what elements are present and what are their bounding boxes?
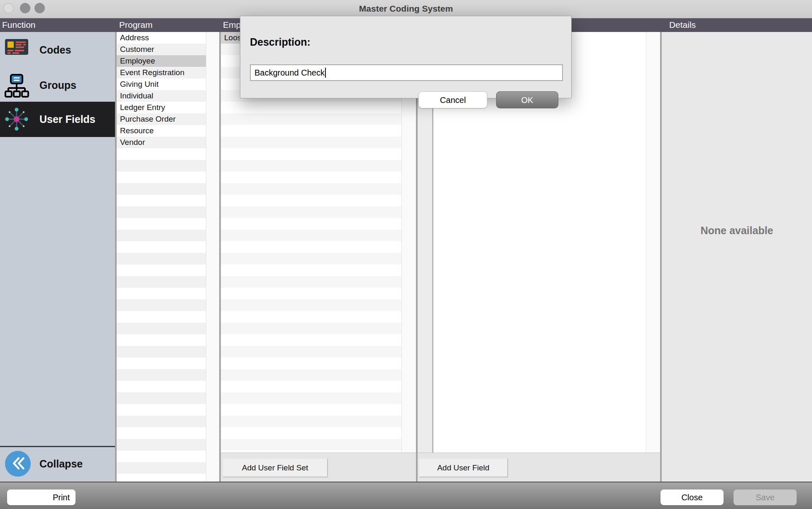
column-header-details: Details: [662, 18, 703, 32]
collapse-chevrons-icon[interactable]: [5, 451, 31, 477]
description-dialog: Description: Background Check Cancel OK: [240, 16, 572, 98]
program-row[interactable]: Giving Unit: [117, 78, 219, 90]
column-header-program: Program: [119, 18, 153, 32]
program-row[interactable]: Ledger Entry: [117, 102, 219, 113]
sidebar-item-groups[interactable]: Groups: [0, 68, 115, 103]
close-button[interactable]: Close: [660, 489, 724, 505]
program-row-selected[interactable]: Employee: [117, 55, 219, 67]
program-row[interactable]: Vendor: [117, 137, 219, 148]
collapse-label: Collapse: [39, 447, 83, 482]
cancel-button[interactable]: Cancel: [418, 91, 487, 108]
user-field-footer: Add User Field: [418, 453, 660, 482]
function-sidebar: Codes Groups: [0, 32, 115, 482]
sidebar-item-codes[interactable]: Codes: [0, 32, 115, 68]
ok-button[interactable]: OK: [496, 91, 558, 108]
text-cursor: [325, 68, 326, 78]
print-button[interactable]: Print: [7, 489, 76, 505]
sidebar-collapse-section[interactable]: Collapse: [0, 446, 115, 482]
program-row[interactable]: Purchase Order: [117, 113, 219, 125]
user-field-set-list: Loos: [221, 32, 416, 482]
bottom-bar: Print Close Save: [0, 482, 812, 509]
column-header-employee: Emp: [223, 18, 241, 32]
main-content: Codes Groups: [0, 32, 812, 482]
hub-network-icon: [3, 106, 30, 132]
program-row[interactable]: Address: [117, 32, 219, 44]
program-list: Address Customer Employee Event Registra…: [117, 32, 219, 482]
user-field-scrollbar[interactable]: [646, 32, 660, 453]
column-header-function: Function: [2, 18, 36, 32]
sidebar-item-label: Codes: [39, 32, 71, 68]
dialog-title: Description:: [250, 36, 311, 48]
org-chart-icon: [3, 73, 30, 100]
program-scrollbar[interactable]: [206, 32, 219, 482]
add-user-field-button[interactable]: Add User Field: [419, 459, 508, 477]
description-input-value: Background Check: [254, 68, 325, 77]
field-set-footer: Add User Field Set: [221, 453, 416, 482]
add-user-field-set-button[interactable]: Add User Field Set: [223, 459, 328, 477]
monitor-code-icon: [3, 37, 30, 64]
program-row[interactable]: Customer: [117, 44, 219, 55]
sidebar-item-label: User Fields: [39, 102, 95, 137]
program-row[interactable]: Event Registration: [117, 67, 219, 78]
details-panel: None available: [662, 32, 812, 482]
save-button[interactable]: Save: [734, 489, 797, 505]
sidebar-item-label: Groups: [39, 68, 76, 103]
description-input[interactable]: Background Check: [250, 64, 563, 81]
program-row[interactable]: Resource: [117, 125, 219, 137]
app-window: Master Coding System Function Program Em…: [0, 0, 812, 509]
program-row[interactable]: Individual: [117, 90, 219, 102]
details-empty-text: None available: [662, 225, 812, 237]
sidebar-item-user-fields[interactable]: User Fields: [0, 102, 115, 137]
